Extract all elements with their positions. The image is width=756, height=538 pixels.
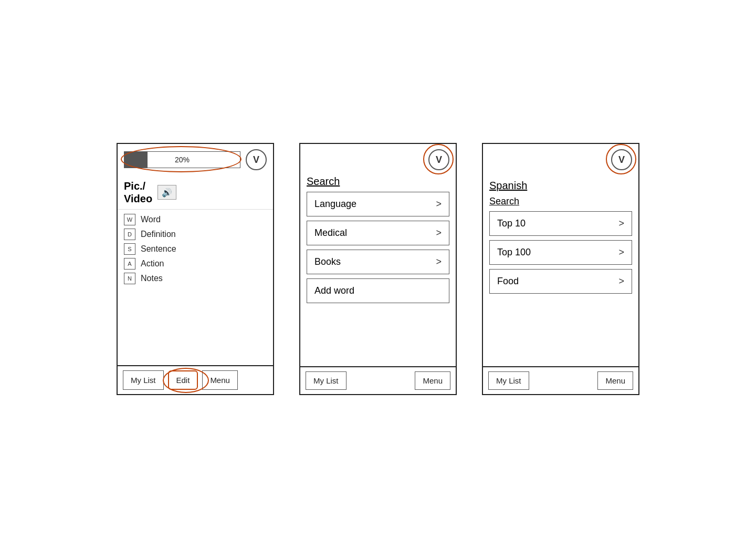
add-word-item[interactable]: Add word — [307, 278, 449, 303]
progress-label: 20% — [175, 156, 190, 164]
menu-button-s2[interactable]: Menu — [415, 371, 450, 390]
screen-2: V Search Language > Medical > Books > Ad… — [299, 143, 457, 395]
screen2-bottom-bar: My List Menu — [300, 366, 456, 394]
screen2-header: V — [300, 144, 456, 175]
screen3-content: Spanish Search Top 10 > Top 100 > Food > — [483, 175, 638, 366]
progress-bar: 20% — [124, 151, 240, 168]
my-list-button-s1[interactable]: My List — [123, 370, 164, 390]
v-button-s1[interactable]: V — [246, 149, 267, 170]
medical-label: Medical — [314, 227, 347, 239]
menu-item-notes: N Notes — [124, 273, 267, 284]
notes-label: Notes — [141, 274, 163, 283]
pic-video-label: Pic./Video — [124, 180, 152, 205]
progress-bar-fill — [124, 152, 148, 168]
books-label: Books — [314, 256, 341, 267]
sentence-label: Sentence — [141, 244, 176, 254]
v-button-s2[interactable]: V — [428, 149, 449, 170]
action-label: Action — [141, 259, 164, 268]
my-list-button-s2[interactable]: My List — [306, 371, 346, 390]
screen-3: V Spanish Search Top 10 > Top 100 > Food… — [482, 143, 639, 395]
top10-arrow: > — [618, 218, 624, 229]
menu-items-list: W Word D Definition S Sentence A Action … — [118, 210, 273, 365]
letter-badge-s: S — [124, 243, 135, 255]
top100-arrow: > — [618, 247, 624, 258]
letter-badge-w: W — [124, 214, 135, 225]
food-item[interactable]: Food > — [489, 269, 632, 294]
edit-button-s1[interactable]: Edit — [168, 370, 198, 390]
menu-item-action: A Action — [124, 258, 267, 270]
screen1-bottom-bar: My List Edit Menu — [118, 365, 273, 394]
top10-item[interactable]: Top 10 > — [489, 211, 632, 236]
screen3-header: V — [483, 144, 638, 175]
medical-item[interactable]: Medical > — [307, 221, 449, 245]
language-item[interactable]: Language > — [307, 192, 449, 216]
books-item[interactable]: Books > — [307, 250, 449, 274]
pic-video-row: Pic./Video 🔊 — [118, 175, 273, 210]
screen3-list: Top 10 > Top 100 > Food > — [489, 211, 632, 366]
letter-badge-a: A — [124, 258, 135, 270]
spanish-title: Spanish — [489, 175, 632, 194]
my-list-button-s3[interactable]: My List — [488, 371, 529, 390]
screen2-list: Language > Medical > Books > Add word — [300, 192, 456, 366]
screen3-bottom-bar: My List Menu — [483, 366, 638, 394]
definition-label: Definition — [141, 230, 176, 239]
language-label: Language — [314, 199, 356, 210]
speaker-icon[interactable]: 🔊 — [158, 185, 176, 200]
menu-item-sentence: S Sentence — [124, 243, 267, 255]
screen1-header: 20% V — [118, 144, 273, 175]
letter-badge-d: D — [124, 229, 135, 240]
screen-1: 20% V Pic./Video 🔊 W Word D Definition S… — [117, 143, 274, 395]
search-subtitle: Search — [489, 194, 632, 211]
search-title-s2: Search — [300, 175, 456, 192]
menu-button-s1[interactable]: Menu — [202, 370, 238, 390]
top100-label: Top 100 — [497, 247, 531, 258]
v-button-s3[interactable]: V — [611, 149, 632, 170]
food-label: Food — [497, 276, 519, 287]
top100-item[interactable]: Top 100 > — [489, 240, 632, 265]
menu-button-s3[interactable]: Menu — [597, 371, 633, 390]
add-word-label: Add word — [314, 285, 354, 296]
language-arrow: > — [436, 199, 442, 210]
top10-label: Top 10 — [497, 218, 526, 229]
menu-item-word: W Word — [124, 214, 267, 225]
word-label: Word — [141, 215, 161, 224]
medical-arrow: > — [436, 227, 442, 239]
books-arrow: > — [436, 256, 442, 267]
letter-badge-n: N — [124, 273, 135, 284]
screens-container: 20% V Pic./Video 🔊 W Word D Definition S… — [85, 111, 671, 427]
food-arrow: > — [618, 276, 624, 287]
menu-item-definition: D Definition — [124, 229, 267, 240]
